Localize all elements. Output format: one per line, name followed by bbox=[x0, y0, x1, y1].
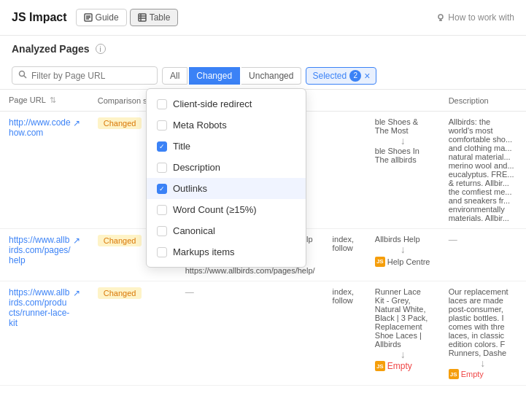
filter-all-button[interactable]: All bbox=[162, 67, 187, 85]
checkbox-canonical[interactable] bbox=[157, 226, 167, 236]
app-title: JS Impact bbox=[12, 11, 67, 24]
dropdown-label-markups-items: Markups items bbox=[173, 246, 235, 257]
cell-url-1: http://www.codehow.com ↗ bbox=[0, 112, 89, 229]
table-button[interactable]: Table bbox=[130, 9, 179, 26]
arrow-down-icon-1: ↓ bbox=[375, 135, 431, 147]
checkbox-word-count[interactable] bbox=[157, 205, 167, 215]
external-link-icon-3: ↗ bbox=[73, 288, 80, 298]
th-description: Description bbox=[440, 90, 526, 112]
filter-unchanged-button[interactable]: Unchanged bbox=[241, 67, 301, 85]
dropdown-label-canonical: Canonical bbox=[173, 225, 215, 236]
cell-index-1 bbox=[324, 112, 366, 229]
guide-button[interactable]: Guide bbox=[76, 9, 127, 26]
help-link[interactable]: How to work with bbox=[436, 12, 514, 23]
location-icon bbox=[436, 13, 445, 22]
checkbox-meta-robots[interactable] bbox=[157, 120, 167, 131]
cell-status-3: Changed bbox=[89, 281, 177, 386]
external-link-icon-1: ↗ bbox=[73, 118, 80, 128]
dropdown-item-word-count[interactable]: Word Count (≥15%) bbox=[147, 199, 306, 220]
filter-buttons: All Changed Unchanged bbox=[162, 67, 301, 85]
js-badge-title-2: JS Help Centre bbox=[375, 257, 430, 267]
dropdown-label-outlinks: Outlinks bbox=[173, 183, 207, 194]
selected-label: Selected bbox=[312, 71, 347, 81]
dropdown-item-canonical[interactable]: Canonical bbox=[147, 220, 306, 241]
svg-line-10 bbox=[24, 76, 27, 79]
table-icon bbox=[138, 13, 147, 22]
js-icon-title-2: JS bbox=[375, 257, 385, 267]
sort-icon-url[interactable]: ⇅ bbox=[50, 96, 56, 105]
filter-changed-button[interactable]: Changed bbox=[189, 67, 240, 85]
info-icon[interactable]: i bbox=[96, 44, 106, 54]
th-index bbox=[324, 90, 366, 112]
cell-title-3: Runner Lace Kit - Grey, Natural White, B… bbox=[366, 281, 440, 386]
status-badge-3: Changed bbox=[98, 287, 142, 299]
cell-description-2: — bbox=[440, 229, 526, 281]
cell-title-1: ble Shoes & The Most ↓ ble Shoes In The … bbox=[366, 112, 440, 229]
subheader-title: Analyzed Pages bbox=[12, 43, 90, 55]
dropdown-label-word-count: Word Count (≥15%) bbox=[173, 204, 257, 215]
dropdown-item-meta-robots[interactable]: Meta Robots bbox=[147, 114, 306, 136]
header-nav: Guide Table bbox=[76, 9, 179, 26]
checkbox-outlinks[interactable] bbox=[157, 184, 167, 194]
svg-rect-4 bbox=[139, 14, 146, 21]
empty-desc-3: Empty bbox=[461, 370, 484, 378]
js-badge-title-3: JS Empty bbox=[375, 361, 412, 371]
selected-count: 2 bbox=[349, 70, 361, 82]
search-wrap bbox=[12, 66, 158, 85]
dropdown-label-description: Description bbox=[173, 162, 220, 173]
dropdown-label-meta-robots: Meta Robots bbox=[173, 120, 227, 131]
table-row: https://www.allbirds.com/products/runner… bbox=[0, 281, 526, 386]
th-title bbox=[366, 90, 440, 112]
cell-description-3: Our replacement laces are made post-cons… bbox=[440, 281, 526, 386]
selected-badge[interactable]: Selected 2 × bbox=[306, 67, 376, 85]
checkbox-client-side-redirect[interactable] bbox=[157, 99, 167, 109]
page-url-link-2[interactable]: https://www.allbirds.com/pages/help ↗ bbox=[9, 235, 80, 265]
dropdown-item-markups-items[interactable]: Markups items bbox=[147, 241, 306, 262]
cell-redirect-3: — bbox=[177, 281, 324, 386]
column-dropdown: Client-side redirect Meta Robots Title D… bbox=[146, 88, 306, 268]
arrow-down-icon-title-2: ↓ bbox=[375, 244, 431, 255]
page-url-link-3[interactable]: https://www.allbirds.com/products/runner… bbox=[9, 287, 80, 328]
cell-title-2: Allbirds Help ↓ JS Help Centre bbox=[366, 229, 440, 281]
app-header: JS Impact Guide Table How to work with bbox=[0, 0, 526, 36]
cell-url-3: https://www.allbirds.com/products/runner… bbox=[0, 281, 89, 386]
dropdown-label-title: Title bbox=[173, 141, 190, 152]
status-badge-1: Changed bbox=[98, 117, 142, 129]
dropdown-label-client-side-redirect: Client-side redirect bbox=[173, 98, 252, 109]
svg-point-8 bbox=[438, 15, 443, 19]
external-link-icon-2: ↗ bbox=[73, 236, 80, 246]
dropdown-item-title[interactable]: Title bbox=[147, 136, 306, 157]
arrow-down-icon-desc-3: ↓ bbox=[449, 357, 517, 369]
dropdown-item-client-side-redirect[interactable]: Client-side redirect bbox=[147, 93, 306, 114]
cell-description-1: Allbirds: the world's most comfortable s… bbox=[440, 112, 526, 229]
js-icon-desc-3: JS bbox=[449, 369, 459, 379]
cell-index-3: index, follow bbox=[324, 281, 366, 386]
cell-index-2: index, follow bbox=[324, 229, 366, 281]
js-badge-desc-3: JS Empty bbox=[449, 369, 484, 379]
search-icon bbox=[18, 70, 27, 81]
checkbox-title[interactable] bbox=[157, 141, 167, 152]
dropdown-item-description[interactable]: Description bbox=[147, 157, 306, 178]
guide-icon bbox=[84, 13, 93, 22]
filter-bar: All Changed Unchanged Selected 2 × Clien… bbox=[0, 62, 526, 90]
js-icon-title-3: JS bbox=[375, 361, 385, 371]
checkbox-markups-items[interactable] bbox=[157, 247, 167, 257]
page-url-link-1[interactable]: http://www.codehow.com ↗ bbox=[9, 117, 80, 138]
checkbox-description[interactable] bbox=[157, 163, 167, 173]
subheader: Analyzed Pages i bbox=[0, 36, 526, 62]
search-input[interactable] bbox=[31, 71, 148, 81]
dropdown-item-outlinks[interactable]: Outlinks bbox=[147, 178, 306, 199]
cell-url-2: https://www.allbirds.com/pages/help ↗ bbox=[0, 229, 89, 281]
th-page-url: Page URL ⇅ bbox=[0, 90, 89, 112]
selected-clear-button[interactable]: × bbox=[364, 71, 370, 81]
empty-title-3: Empty bbox=[387, 361, 412, 371]
svg-point-9 bbox=[20, 71, 25, 77]
arrow-down-icon-title-3: ↓ bbox=[375, 349, 431, 360]
status-badge-2: Changed bbox=[98, 235, 142, 246]
